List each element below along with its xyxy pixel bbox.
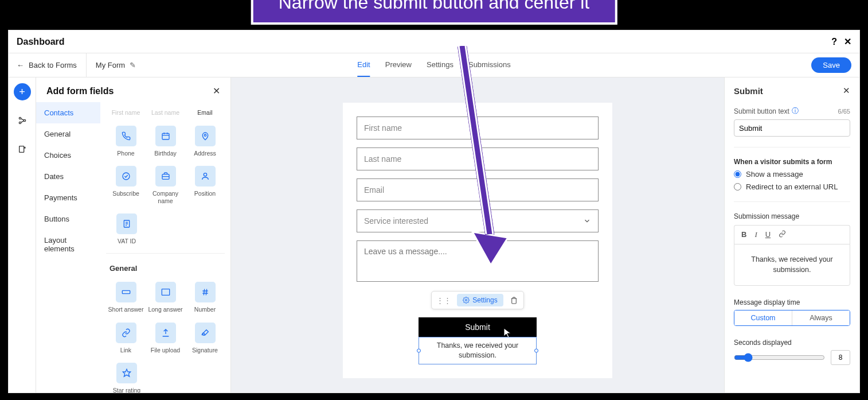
- submit-button[interactable]: Submit: [419, 317, 537, 337]
- cat-general[interactable]: General: [36, 123, 100, 145]
- bold-button[interactable]: B: [741, 230, 746, 239]
- short-text-icon: [116, 282, 136, 302]
- svg-rect-17: [122, 290, 130, 293]
- submit-element[interactable]: Submit Thanks, we received your submissi…: [419, 317, 537, 364]
- field-address[interactable]: Address: [185, 121, 225, 162]
- field-number[interactable]: Number: [185, 277, 225, 318]
- seg-always[interactable]: Always: [792, 310, 850, 325]
- field-last-name[interactable]: Last name: [146, 102, 185, 121]
- resize-handle-left[interactable]: [417, 348, 421, 352]
- pin-icon: [195, 126, 216, 146]
- link-icon[interactable]: [14, 112, 31, 129]
- save-button[interactable]: Save: [811, 57, 851, 73]
- underline-button[interactable]: U: [765, 230, 771, 239]
- drag-handle-icon[interactable]: ⋮⋮: [434, 296, 453, 305]
- tab-submissions[interactable]: Submissions: [468, 53, 511, 77]
- field-star-rating[interactable]: Star rating: [106, 358, 147, 393]
- back-to-forms-link[interactable]: ← Back to Forms: [17, 53, 87, 77]
- gear-icon: [463, 297, 470, 304]
- last-name-input[interactable]: [357, 147, 599, 170]
- resize-handle-right[interactable]: [534, 348, 538, 352]
- toolbar: ← Back to Forms My Form ✎ Edit Preview S…: [9, 53, 859, 77]
- cat-dates[interactable]: Dates: [36, 166, 100, 187]
- rte-toolbar: B I U: [734, 225, 850, 244]
- seg-custom[interactable]: Custom: [734, 310, 792, 325]
- italic-button[interactable]: I: [754, 230, 757, 239]
- field-birthday[interactable]: Birthday: [146, 121, 185, 162]
- tab-edit[interactable]: Edit: [357, 53, 370, 77]
- add-button[interactable]: +: [14, 83, 31, 100]
- hash-icon: [195, 282, 216, 302]
- dashboard-title: Dashboard: [17, 37, 65, 47]
- radio-show-message-input[interactable]: [734, 170, 741, 178]
- field-short-answer[interactable]: Short answer: [106, 277, 146, 318]
- cat-buttons[interactable]: Buttons: [36, 208, 100, 230]
- view-tabs: Edit Preview Settings Submissions: [357, 53, 510, 77]
- field-upload[interactable]: File upload: [146, 318, 185, 359]
- seconds-slider[interactable]: [734, 353, 825, 362]
- export-icon[interactable]: [14, 141, 31, 158]
- svg-marker-19: [123, 369, 130, 376]
- close-icon[interactable]: ✕: [844, 36, 851, 47]
- form-name: My Form ✎: [87, 61, 136, 69]
- field-phone[interactable]: Phone: [106, 121, 146, 162]
- edit-name-icon[interactable]: ✎: [130, 61, 136, 69]
- display-time-segment: Custom Always: [734, 310, 850, 326]
- element-settings-button[interactable]: Settings: [457, 294, 503, 306]
- field-first-name[interactable]: First name: [106, 102, 146, 121]
- message-textarea[interactable]: [357, 240, 599, 282]
- cat-layout[interactable]: Layout elements: [36, 230, 100, 259]
- field-signature[interactable]: Signature: [185, 318, 225, 359]
- annotation-callout: Narrow the submit button and center it: [251, 0, 617, 25]
- field-vat-id[interactable]: VAT ID: [106, 209, 147, 250]
- section-general: General: [106, 257, 225, 277]
- radio-redirect[interactable]: Redirect to an external URL: [734, 182, 850, 191]
- info-icon[interactable]: ⓘ: [792, 106, 799, 116]
- form-name-text: My Form: [96, 61, 125, 69]
- cat-contacts[interactable]: Contacts: [36, 102, 100, 123]
- submission-message-editor[interactable]: Thanks, we received your submission.: [734, 244, 850, 286]
- form-canvas[interactable]: Service interested ⋮⋮ Settings Submit: [231, 77, 724, 393]
- tab-preview[interactable]: Preview: [385, 53, 412, 77]
- field-email[interactable]: Email: [185, 102, 225, 121]
- rte-link-button[interactable]: [779, 230, 786, 239]
- submission-message-label: Submission message: [734, 212, 850, 220]
- success-message-text: Thanks, we received your submission.: [437, 341, 518, 359]
- form-preview: Service interested ⋮⋮ Settings Submit: [343, 103, 612, 378]
- field-subscribe[interactable]: Subscribe: [106, 161, 146, 209]
- cat-payments[interactable]: Payments: [36, 187, 100, 208]
- briefcase-icon: [155, 166, 176, 187]
- link-field-icon: [116, 323, 136, 343]
- field-company[interactable]: Company name: [146, 161, 185, 209]
- svg-rect-11: [162, 133, 169, 139]
- svg-point-20: [466, 300, 467, 301]
- tab-settings[interactable]: Settings: [427, 53, 453, 77]
- panel-close-icon[interactable]: ✕: [213, 86, 220, 96]
- delete-element-icon[interactable]: [507, 297, 521, 304]
- properties-title: Submit: [734, 86, 763, 96]
- title-bar: Dashboard ? ✕: [9, 30, 859, 53]
- svg-point-15: [204, 173, 206, 176]
- button-text-label: Submit button text: [734, 107, 789, 115]
- service-select[interactable]: Service interested: [357, 209, 599, 232]
- first-name-input[interactable]: [357, 116, 599, 139]
- button-text-input[interactable]: [734, 119, 850, 137]
- field-position[interactable]: Position: [185, 161, 225, 209]
- radio-redirect-input[interactable]: [734, 183, 741, 191]
- field-link[interactable]: Link: [106, 318, 146, 359]
- email-input[interactable]: [357, 178, 599, 201]
- field-long-answer[interactable]: Long answer: [146, 277, 185, 318]
- svg-rect-18: [162, 289, 169, 296]
- add-fields-panel: Add form fields ✕ Contacts General Choic…: [36, 77, 231, 393]
- receipt-icon: [116, 213, 137, 234]
- help-icon[interactable]: ?: [831, 37, 837, 47]
- success-message-box[interactable]: Thanks, we received your submission.: [419, 337, 537, 364]
- svg-point-12: [204, 134, 206, 136]
- char-count: 6/65: [838, 108, 850, 115]
- svg-point-13: [123, 173, 130, 180]
- seconds-value-input[interactable]: [831, 350, 850, 365]
- cat-choices[interactable]: Choices: [36, 145, 100, 166]
- properties-close-icon[interactable]: ✕: [843, 86, 850, 96]
- phone-icon: [116, 126, 136, 146]
- radio-show-message[interactable]: Show a message: [734, 170, 850, 178]
